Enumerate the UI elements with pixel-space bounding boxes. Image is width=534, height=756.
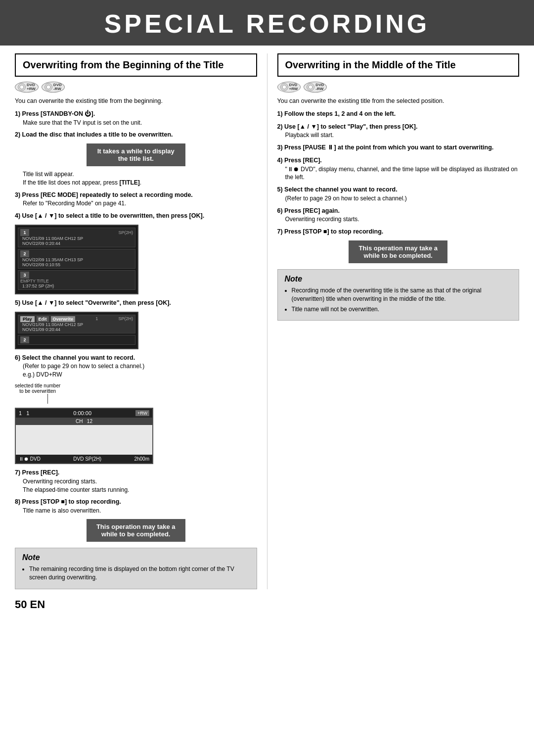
rec-screen-channel [16, 425, 152, 455]
right-step-2: 2) Use [▲ / ▼] to select "Play", then pr… [277, 122, 520, 140]
page: SPECIAL RECORDING Overwriting from the B… [0, 0, 534, 756]
right-step-2-sub: Playback will start. [277, 131, 520, 140]
left-step-6: 6) Select the channel you want to record… [15, 353, 257, 379]
right-column: Overwriting in the Middle of the Title D… [267, 53, 520, 589]
right-step-2-label: 2) Use [▲ / ▼] to select "Play", then pr… [277, 123, 418, 130]
rec-screen-diagram: selected title number to be overwritten … [15, 383, 257, 464]
right-dvd-minus-rw-badge: DVD -RW [304, 82, 327, 93]
right-step-5-label: 5) Select the channel you want to record… [277, 186, 398, 193]
right-step-1: 1) Follow the steps 1, 2 and 4 on the le… [277, 109, 520, 119]
overwrite-next-item: 2 [18, 335, 135, 345]
rec-screen-bottom: ⏸⏺ DVD DVD SP(2H) 2h00m [16, 455, 152, 463]
right-step-6: 6) Press [REC] again. Overwriting record… [277, 206, 520, 224]
right-step-7-label: 7) Press [STOP ■] to stop recording. [277, 228, 384, 235]
title-item-1: 1 SP(2H) NOV/21/09 11:00AM CH12 SP NOV/2… [18, 228, 135, 247]
right-disc-icon-1 [280, 83, 288, 91]
right-step-1-label: 1) Follow the steps 1, 2 and 4 on the le… [277, 110, 396, 117]
left-step-2-label: 2) Load the disc that includes a title t… [15, 131, 173, 138]
left-column: Overwriting from the Beginning of the Ti… [15, 53, 267, 589]
right-step-7: 7) Press [STOP ■] to stop recording. [277, 227, 520, 236]
title-list-screen: 1 SP(2H) NOV/21/09 11:00AM CH12 SP NOV/2… [15, 225, 138, 294]
info-box-title-list: It takes a while to displaythe title lis… [87, 143, 185, 166]
right-step-6-sub: Overwriting recording starts. [277, 215, 520, 224]
left-step-1: 1) Press [STANDBY-ON ⏻]. Make sure that … [15, 109, 257, 127]
right-step-3: 3) Press [PAUSE ⏸] at the point from whi… [277, 143, 520, 152]
left-step-3-sub: Refer to "Recording Mode" on page 41. [15, 199, 257, 208]
right-step-6-label: 6) Press [REC] again. [277, 207, 340, 214]
right-disc-icon-2 [307, 83, 314, 91]
left-step-8-label: 8) Press [STOP ■] to stop recording. [15, 498, 121, 505]
overwrite-screen: Play Edit Overwrite 1 SP(2H) NOV/21/09 1… [15, 312, 138, 349]
left-note-title: Note [22, 553, 250, 562]
left-step-1-label: 1) Press [STANDBY-ON ⏻]. [15, 110, 95, 117]
left-step-6-sub: (Refer to page 29 on how to select a cha… [15, 362, 257, 379]
left-step-4-label: 4) Use [▲ / ▼] to select a title to be o… [15, 212, 204, 219]
left-step-1-sub: Make sure that the TV input is set on th… [15, 119, 257, 127]
overwrite-title-item: Play Edit Overwrite 1 SP(2H) NOV/21/09 1… [18, 315, 135, 333]
right-section-heading: Overwriting in the Middle of the Title [277, 53, 520, 77]
right-step-5-sub: (Refer to page 29 on how to select a cha… [277, 194, 520, 203]
title-item-2: 2 NOV/22/09 11:35AM CH13 SP NOV/22/09 0:… [18, 249, 135, 269]
dvd-plus-rw-badge: DVD +RW [15, 82, 39, 93]
right-step-4-label: 4) Press [REC]. [277, 157, 322, 164]
right-step-4: 4) Press [REC]. "⏸⏺ DVD", display menu, … [277, 156, 520, 182]
left-dvd-logos: DVD +RW DVD -RW [15, 82, 257, 93]
right-step-5: 5) Select the channel you want to record… [277, 185, 520, 203]
left-step-4: 4) Use [▲ / ▼] to select a title to be o… [15, 211, 257, 221]
left-section-heading: Overwriting from the Beginning of the Ti… [15, 53, 257, 77]
disc-icon-1 [18, 83, 26, 91]
info-box-operation-right: This operation may take awhile to be com… [349, 240, 447, 263]
left-step-7: 7) Press [REC]. Overwriting recording st… [15, 468, 257, 494]
left-step-8-sub: Title name is also overwritten. [15, 507, 257, 515]
disc-icon-2 [44, 83, 52, 91]
main-header: SPECIAL RECORDING [0, 0, 534, 46]
left-step-7-label: 7) Press [REC]. [15, 469, 59, 476]
rec-screen-top: 1 1 0:00:00 +RW [16, 409, 152, 418]
left-step-3-label: 3) Press [REC MODE] repeatedly to select… [15, 191, 193, 198]
diagram-annotation: selected title number to be overwritten [15, 383, 257, 404]
right-intro: You can overwrite the existing title fro… [277, 96, 520, 106]
left-step-3: 3) Press [REC MODE] repeatedly to select… [15, 190, 257, 208]
left-intro: You can overwrite the existing title fro… [15, 96, 257, 106]
left-step-8: 8) Press [STOP ■] to stop recording. Tit… [15, 497, 257, 515]
right-heading-text: Overwriting in the Middle of the Title [285, 59, 512, 71]
info-box-operation-left: This operation may take awhile to be com… [87, 519, 185, 542]
left-note-item-1: The remaining recording time is displaye… [29, 565, 250, 582]
left-step-5-label: 5) Use [▲ / ▼] to select "Overwrite", th… [15, 299, 171, 306]
right-step-3-label: 3) Press [PAUSE ⏸] at the point from whi… [277, 144, 494, 151]
right-step-4-sub: "⏸⏺ DVD", display menu, channel, and the… [277, 165, 520, 182]
left-step-5: 5) Use [▲ / ▼] to select "Overwrite", th… [15, 298, 257, 308]
right-note-box: Note Recording mode of the overwriting t… [277, 269, 520, 321]
title-item-3: 3 EMPTY TITLE 1:37:52 SP (2H) [18, 270, 135, 290]
left-note-list: The remaining recording time is displaye… [22, 565, 250, 582]
left-step-7-sub: Overwriting recording starts.The elapsed… [15, 477, 257, 494]
dvd-minus-rw-badge: DVD -RW [42, 82, 65, 93]
content-columns: Overwriting from the Beginning of the Ti… [0, 53, 534, 589]
right-dvd-logos: DVD +RW DVD -RW [277, 82, 520, 93]
recording-screen: 1 1 0:00:00 +RW CH 12 ⏸⏺ DVD DVD SP(2H) … [15, 408, 153, 464]
left-note-box: Note The remaining recording time is dis… [15, 548, 257, 589]
title-list-appear-note: Title list will appear. If the title lis… [15, 170, 257, 187]
left-heading-text: Overwriting from the Beginning of the Ti… [23, 59, 249, 71]
page-title: SPECIAL RECORDING [0, 9, 534, 39]
left-step-2: 2) Load the disc that includes a title t… [15, 130, 257, 140]
rec-screen-mid: CH 12 [16, 418, 152, 425]
right-note-title: Note [285, 275, 512, 284]
right-note-item-1: Recording mode of the overwriting title … [292, 286, 512, 303]
right-note-list: Recording mode of the overwriting title … [285, 286, 512, 313]
right-note-item-2: Title name will not be overwritten. [292, 305, 512, 314]
page-number: 50 EN [0, 593, 534, 616]
right-dvd-plus-rw-badge: DVD +RW [277, 82, 301, 93]
left-step-6-label: 6) Select the channel you want to record… [15, 354, 135, 361]
